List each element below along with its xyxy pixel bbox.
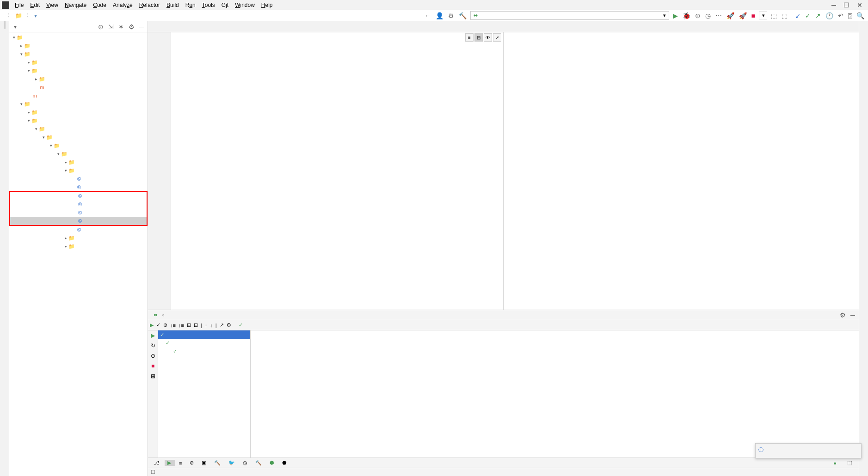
tab-project[interactable] (4, 21, 6, 29)
tree-item[interactable]: © (9, 226, 148, 234)
tree-item[interactable]: ▸📁 (9, 58, 148, 67)
tab-jrebel[interactable] (4, 469, 6, 476)
tree-item[interactable]: ▾📁 (9, 125, 148, 133)
hide-icon[interactable]: ─ (850, 311, 856, 319)
run-config-selector[interactable]: ⬌ ▾ (470, 11, 669, 20)
jr2-icon[interactable]: ⬚ (781, 12, 788, 19)
search-icon[interactable]: ⍰ (847, 12, 853, 19)
tree-item[interactable]: m (9, 83, 148, 92)
tree-item[interactable]: ▾📁 (9, 100, 148, 108)
sort-icon[interactable]: ↓≡ (170, 323, 176, 328)
tree-item[interactable]: ▸📁 (9, 108, 148, 116)
run-tree[interactable]: ✓ ✓ ✓ (158, 330, 251, 458)
editor-preview[interactable] (504, 32, 859, 310)
menu-code[interactable]: Code (90, 1, 109, 9)
tab-structure[interactable] (4, 454, 6, 461)
menu-view[interactable]: View (43, 1, 61, 9)
tree-item[interactable]: ▾📁 (9, 116, 148, 125)
tree-item[interactable]: ▸📁 (9, 75, 148, 83)
preview-view-button[interactable]: 👁 (484, 33, 492, 42)
close-tab-icon[interactable]: × (160, 312, 164, 318)
toggle1-icon[interactable]: ✓ (156, 322, 160, 328)
tree-item[interactable]: © (10, 200, 147, 208)
push-icon[interactable]: ↗ (814, 12, 822, 19)
tree-item[interactable]: © (10, 208, 147, 217)
tree-item[interactable]: ▾📁 (9, 133, 148, 141)
tree-item[interactable]: m (9, 92, 148, 100)
rerun-icon[interactable]: ▶ (150, 322, 154, 328)
split-view-button[interactable]: ⊟ (474, 33, 483, 42)
bottom-tab-git[interactable]: ⎇ (151, 460, 164, 466)
editor-expand-button[interactable]: ⤢ (493, 33, 501, 42)
tree-item[interactable]: ▾📁 (9, 166, 148, 175)
rollback-icon[interactable]: ↶ (837, 12, 844, 19)
user-plus-icon[interactable]: 👤 (435, 12, 444, 19)
export-icon[interactable]: ↗ (220, 322, 224, 328)
search2-icon[interactable]: 🔍 (856, 12, 865, 19)
bottom-tab-jrebel[interactable]: ⬚ (844, 460, 856, 466)
debug-icon[interactable]: 🐞 (682, 12, 691, 19)
project-tree[interactable]: ▾📁 ▸📁 ▾📁 ▸📁 ▾📁 ▸📁 m m ▾📁 ▸📁 ▾📁 ▾📁 ▾📁 ▾📁 … (9, 32, 148, 476)
settings-icon[interactable]: ⚙ (128, 23, 135, 31)
tree-item[interactable]: ▸📁 (9, 234, 148, 242)
source-view-button[interactable]: ≡ (465, 33, 474, 42)
code-content[interactable] (171, 32, 503, 310)
run-tree-item[interactable]: ✓ (158, 339, 250, 347)
chevron-down-icon[interactable]: ▾ (12, 24, 17, 30)
up-icon[interactable]: ↑ (205, 323, 208, 328)
tree-item[interactable]: ▸📁 (9, 42, 148, 50)
stop2-icon[interactable]: ■ (151, 363, 154, 369)
rerun2-icon[interactable]: ▶ (151, 332, 155, 339)
more-icon[interactable]: ⚙ (227, 322, 231, 328)
tree-root[interactable]: ▾📁 (9, 33, 148, 42)
maximize-button[interactable]: ☐ (843, 1, 850, 9)
bottom-tab-build[interactable]: 🔨 (252, 460, 266, 466)
menu-run[interactable]: Run (183, 1, 198, 9)
tree-item[interactable]: © (9, 175, 148, 183)
toggle2-icon[interactable]: ⊘ (163, 322, 167, 328)
bottom-tab-problems[interactable]: ⊘ (187, 460, 198, 466)
profile-icon[interactable]: ◷ (704, 12, 712, 19)
bottom-tab-services[interactable]: ⬣ (279, 460, 291, 466)
editor-source[interactable]: ≡ ⊟ 👁 ⤢ ✓ (148, 32, 504, 310)
settings-icon[interactable]: ⚙ (839, 311, 847, 319)
run-tree-item[interactable]: ✓ (158, 347, 250, 355)
hide-icon[interactable]: ─ (138, 23, 145, 31)
bottom-tab-autobuild[interactable]: 🔨 (211, 460, 225, 466)
attach-icon[interactable]: ⋯ (714, 12, 723, 19)
breadcrumb-folder[interactable]: 📁 (13, 12, 25, 19)
tree-item[interactable]: © (9, 183, 148, 191)
bottom-tab-profiler[interactable]: ◷ (240, 460, 252, 466)
jrebel-selector[interactable]: ▾ (759, 12, 767, 19)
tree-item[interactable]: © (10, 217, 147, 225)
menu-window[interactable]: Window (232, 1, 258, 9)
breadcrumb-file[interactable]: ▾ (32, 12, 40, 19)
menu-git[interactable]: Git (219, 1, 231, 9)
tree-item[interactable]: ▾📁 (9, 150, 148, 158)
menu-help[interactable]: Help (259, 1, 276, 9)
commit-icon[interactable]: ✓ (804, 12, 812, 19)
rocket-icon[interactable]: 🚀 (726, 12, 735, 19)
pin-icon[interactable]: ⊙ (151, 353, 155, 359)
bottom-tab-spring[interactable]: ⬢ (267, 460, 278, 466)
expand-icon[interactable]: ⊞ (187, 322, 191, 328)
run-tree-root[interactable]: ✓ (158, 330, 250, 339)
close-button[interactable]: ✕ (857, 1, 862, 9)
rerun-failed-icon[interactable]: ↻ (151, 342, 155, 349)
history-icon[interactable]: 🕐 (825, 12, 834, 19)
tab-commit[interactable] (4, 29, 6, 36)
tree-item[interactable]: ▾📁 (9, 50, 148, 58)
bottom-tab-mybatis[interactable]: 🐦 (226, 460, 239, 466)
rocket2-icon[interactable]: 🚀 (738, 12, 748, 19)
minimize-button[interactable]: ─ (831, 1, 836, 9)
menu-refactor[interactable]: Refactor (136, 1, 163, 9)
menu-analyze[interactable]: Analyze (110, 1, 135, 9)
collapse-icon[interactable]: ⊟ (194, 322, 198, 328)
menu-navigate[interactable]: Navigate (62, 1, 89, 9)
bottom-tab-terminal[interactable]: ▣ (199, 460, 210, 466)
menu-build[interactable]: Build (164, 1, 182, 9)
menu-file[interactable]: File (12, 1, 26, 9)
sort2-icon[interactable]: ↑≡ (179, 323, 184, 328)
bottom-tab-eventlog[interactable]: ● (831, 460, 841, 466)
menu-edit[interactable]: Edit (27, 1, 43, 9)
